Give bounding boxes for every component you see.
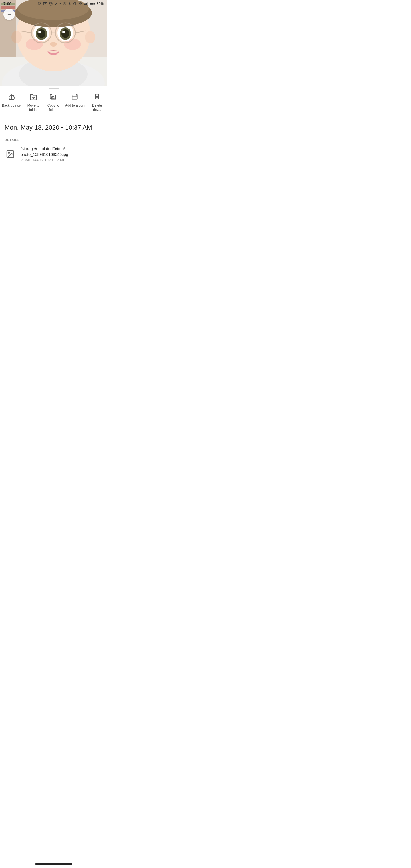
delete-from-device-button[interactable]: Delete dev...: [88, 93, 106, 112]
svg-point-35: [62, 31, 65, 33]
photo-svg: [0, 0, 107, 86]
delete-device-label: Delete dev...: [92, 103, 102, 112]
date-section: Mon, May 18, 2020 • 10:37 AM: [0, 118, 107, 134]
date-time-text: Mon, May 18, 2020 • 10:37 AM: [5, 124, 92, 131]
svg-point-9: [80, 5, 81, 5]
file-icon: [5, 149, 16, 160]
copy-folder-icon: [49, 93, 58, 102]
file-info-row: /storage/emulated/0/tmp/photo_1589816168…: [5, 146, 102, 162]
svg-rect-51: [72, 95, 77, 99]
wifi-icon: [78, 2, 83, 6]
move-to-folder-label: Move to folder: [27, 103, 40, 112]
svg-rect-12: [87, 3, 87, 5]
svg-rect-11: [85, 3, 86, 5]
status-bar: 7:00 •: [0, 0, 107, 7]
mail-icon: [43, 2, 47, 6]
file-path: /storage/emulated/0/tmp/photo_1589816168…: [21, 146, 102, 157]
bluetooth-icon: [68, 2, 71, 6]
actions-row: Back up now Move to folder: [0, 90, 107, 116]
back-arrow-icon: ←: [6, 12, 12, 17]
svg-point-61: [8, 152, 9, 154]
back-button[interactable]: ←: [3, 8, 15, 20]
signal-icon: [84, 2, 88, 6]
svg-point-30: [37, 29, 45, 38]
svg-point-36: [50, 42, 57, 46]
album-icon: [70, 93, 80, 102]
file-meta: 2.8MP 1440 x 1920 1.7 MB: [21, 158, 102, 162]
svg-point-25: [85, 31, 95, 43]
svg-point-34: [61, 29, 69, 38]
svg-rect-13: [87, 2, 88, 5]
file-details: /storage/emulated/0/tmp/photo_1589816168…: [21, 146, 102, 162]
svg-line-4: [63, 2, 63, 3]
battery-icon: [90, 2, 95, 6]
back-up-now-button[interactable]: Back up now: [1, 93, 23, 108]
photo-container: ←: [0, 0, 107, 86]
photo-image: [0, 0, 107, 86]
check-icon: [54, 2, 58, 6]
move-to-folder-button[interactable]: Move to folder: [24, 93, 42, 112]
drag-handle-container: [0, 86, 107, 90]
details-label: DETAILS: [5, 138, 102, 142]
alarm-icon: [63, 2, 66, 6]
hand-icon: [49, 2, 53, 6]
battery-percent: 82%: [97, 2, 104, 6]
bottom-sheet: Back up now Move to folder: [0, 86, 107, 164]
svg-rect-6: [74, 3, 76, 5]
dot-indicator: •: [59, 1, 61, 6]
move-folder-icon: [29, 93, 38, 102]
copy-to-folder-button[interactable]: Copy to folder: [44, 93, 62, 112]
svg-rect-15: [90, 3, 93, 5]
photos-notification-icon: [38, 2, 42, 6]
svg-rect-10: [85, 4, 85, 5]
svg-line-5: [66, 2, 66, 3]
drag-handle: [49, 88, 59, 89]
status-time: 7:00: [3, 1, 11, 6]
upload-cloud-icon: [7, 93, 16, 102]
vibrate-icon: [73, 2, 77, 6]
copy-to-folder-label: Copy to folder: [48, 103, 59, 112]
delete-device-icon: [92, 93, 102, 102]
add-to-album-label: Add to album: [65, 103, 85, 108]
svg-point-31: [38, 31, 41, 33]
details-section: DETAILS /storage/emulated/0/tmp/photo_15…: [0, 134, 107, 164]
back-up-now-label: Back up now: [2, 103, 22, 108]
status-icons: •: [38, 1, 104, 6]
svg-point-1: [39, 3, 39, 3]
add-to-album-button[interactable]: Add to album: [64, 93, 87, 108]
